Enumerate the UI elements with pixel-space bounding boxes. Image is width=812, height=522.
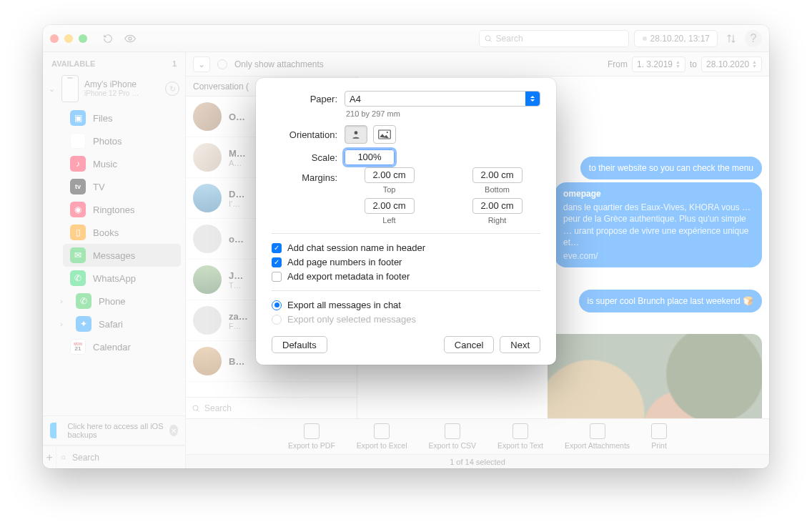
cancel-button[interactable]: Cancel: [444, 336, 494, 353]
margin-top-label: Top: [383, 185, 396, 194]
radio-icon: [272, 315, 282, 325]
radio-label: Export all messages in chat: [287, 300, 401, 310]
defaults-button[interactable]: Defaults: [272, 336, 327, 353]
checkbox-icon: [272, 272, 282, 282]
export-selected-radio-row: Export only selected messages: [272, 314, 540, 325]
svg-point-4: [355, 131, 358, 134]
export-settings-modal: Paper: A4 210 by 297 mm Orientation: Sca…: [256, 78, 556, 365]
checkbox-icon: ✓: [272, 257, 282, 267]
svg-point-6: [387, 132, 388, 133]
next-button[interactable]: Next: [500, 336, 540, 353]
margin-left-label: Left: [382, 216, 395, 225]
export-all-radio-row[interactable]: Export all messages in chat: [272, 300, 540, 310]
margin-top-input[interactable]: 2.00 cm: [365, 167, 415, 183]
checkbox-label: Add page numbers in footer: [287, 257, 402, 267]
checkbox-icon: ✓: [272, 243, 282, 253]
portrait-icon: [351, 129, 361, 140]
radio-label: Export only selected messages: [287, 314, 416, 325]
checkbox-label: Add export metadata in footer: [287, 271, 410, 282]
margin-right-input[interactable]: 2.00 cm: [472, 198, 523, 214]
paper-value: A4: [350, 94, 361, 104]
orientation-landscape-button[interactable]: [373, 125, 396, 144]
margin-left-input[interactable]: 2.00 cm: [365, 198, 415, 214]
paper-label: Paper:: [272, 94, 337, 104]
orientation-label: Orientation:: [272, 129, 337, 140]
margin-bottom-label: Bottom: [485, 185, 510, 194]
page-numbers-checkbox-row[interactable]: ✓Add page numbers in footer: [272, 257, 540, 267]
radio-icon: [272, 300, 282, 310]
checkbox-label: Add chat session name in header: [287, 242, 425, 253]
paper-dimensions-hint: 210 by 297 mm: [346, 109, 540, 118]
landscape-icon: [378, 129, 391, 139]
margins-label: Margins:: [272, 172, 337, 183]
margin-bottom-input[interactable]: 2.00 cm: [472, 167, 523, 183]
orientation-portrait-button[interactable]: [345, 125, 367, 144]
select-arrow-icon: [525, 92, 540, 106]
paper-select[interactable]: A4: [345, 91, 540, 107]
scale-input[interactable]: 100%: [345, 149, 395, 165]
scale-label: Scale:: [272, 152, 337, 163]
margin-right-label: Right: [488, 216, 507, 225]
metadata-checkbox-row[interactable]: Add export metadata in footer: [272, 271, 540, 282]
header-name-checkbox-row[interactable]: ✓Add chat session name in header: [272, 242, 540, 253]
